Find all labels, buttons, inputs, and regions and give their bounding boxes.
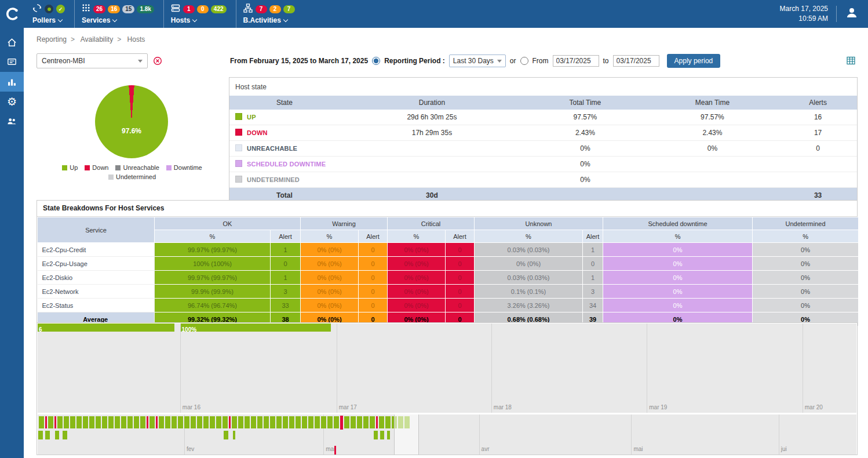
sidebar-item-administration[interactable] (0, 111, 24, 131)
host-state-mean: 97.57% (646, 110, 779, 125)
timeline-status-bar (57, 416, 63, 428)
services-menu[interactable]: 2616151.8k Services (74, 0, 163, 28)
services-ok-badge[interactable]: 1.8k (137, 5, 154, 13)
timeline-status-bar (184, 416, 189, 428)
services-icon (82, 3, 90, 14)
ba-ok-badge[interactable]: 7 (283, 5, 295, 13)
timeline-status-bar-low (55, 431, 59, 439)
hosts-up-badge[interactable]: 422 (211, 5, 227, 13)
timeline-status-bar (283, 416, 288, 428)
clear-host-filter-icon[interactable] (153, 56, 162, 66)
breakdown-subcol: % (603, 230, 753, 243)
timeline-tick-label: mai (633, 446, 643, 452)
timeline-status-bar (289, 416, 294, 428)
export-report-icon[interactable] (847, 56, 855, 67)
hosts-down-badge[interactable]: 1 (183, 5, 195, 13)
from-date-input[interactable] (553, 55, 599, 67)
state-color-swatch (235, 176, 242, 183)
hosts-menu[interactable]: 10422 Hosts (163, 0, 236, 28)
legend-up: Up (62, 164, 78, 171)
breakdown-cell-und: 0% (753, 285, 859, 299)
timeline-status-bar (264, 416, 269, 428)
timeline-gridline (779, 415, 779, 455)
host-state-duration: 29d 6h 30m 25s (340, 110, 524, 125)
timeline-status-bar (140, 416, 145, 428)
custom-period-radio[interactable] (520, 57, 528, 65)
user-menu-icon[interactable] (845, 6, 859, 22)
breakdown-cell-ok: 99.97% (99.97%) (155, 271, 271, 285)
breakdown-col-scheduled-downtime: Scheduled downtime (603, 217, 753, 230)
breakdown-cell-ok: 3 (271, 285, 301, 299)
state-breakdowns-panel: State Breakdowns For Host Services Servi… (37, 200, 858, 327)
state-label: UNREACHABLE (247, 145, 297, 152)
timeline-brush-band[interactable]: fevmaravrmaijui (38, 415, 856, 455)
sidebar-item-monitoring[interactable] (0, 52, 24, 72)
sidebar-item-reporting[interactable] (0, 72, 24, 92)
timeline-status-bar (370, 416, 375, 428)
chevron-down-icon (138, 60, 143, 63)
sidebar-item-home[interactable] (0, 32, 24, 52)
host-state-alerts: 16 (779, 110, 857, 125)
timeline-status-bar (296, 416, 301, 428)
ba-critical-badge[interactable]: 7 (256, 5, 267, 13)
breakdown-cell-warn: 0 (359, 299, 388, 312)
service-breakdown-row: Ec2-Status96.74% (96.74%)330% (0%)00% (0… (38, 299, 859, 312)
breakdown-subcol: % (475, 230, 583, 243)
timeline-status-bar (54, 416, 56, 428)
breadcrumb-availability[interactable]: Availability (81, 35, 113, 43)
centreon-app: ✓ Pollers 2616151.8k Services 10422 Host… (0, 0, 868, 458)
breakdown-cell-sd: 0% (603, 271, 753, 285)
breakdown-col-undetermined: Undetermined (753, 217, 859, 230)
timeline-status-bar (223, 416, 228, 428)
hosts-unreachable-badge[interactable]: 0 (197, 5, 209, 13)
ba-warning-badge[interactable]: 2 (269, 5, 281, 13)
chevron-down-icon (58, 17, 63, 21)
services-warning-badge[interactable]: 16 (108, 5, 120, 13)
breakdown-cell-warn: 0% (0%) (301, 271, 359, 285)
state-label: UP (247, 114, 256, 121)
breakdown-cell-und: 0% (753, 299, 859, 312)
breakdown-cell-warn: 0% (0%) (301, 299, 359, 312)
to-date-input[interactable] (613, 55, 659, 67)
host-state-alerts: 0 (779, 141, 857, 157)
host-state-total: 97.57% (524, 110, 646, 125)
sidebar: ⚙ (0, 28, 24, 458)
host-select[interactable]: Centreon-MBI (37, 53, 148, 68)
breakdown-cell-ok: 1 (271, 243, 301, 257)
pie-legend-row: UpDownUnreachableDowntime (37, 164, 228, 171)
host-state-col-mean-time: Mean Time (646, 96, 779, 110)
timeline-gridline (803, 323, 803, 413)
state-color-swatch (235, 144, 242, 151)
apply-period-button[interactable]: Apply period (667, 54, 721, 68)
timeline-status-bar-low (45, 431, 50, 439)
breakdown-subcol: % (388, 230, 446, 243)
host-state-row: UNDETERMINED0% (229, 172, 857, 188)
state-label: DOWN (247, 129, 268, 136)
breadcrumb-reporting[interactable]: Reporting (37, 35, 67, 43)
period-select[interactable]: Last 30 Days (449, 54, 506, 67)
services-critical-badge[interactable]: 26 (93, 5, 105, 13)
timeline-tick-label: mar 16 (183, 404, 200, 410)
service-name: Ec2-Cpu-Credit (38, 243, 155, 257)
monitoring-icon (6, 57, 17, 68)
host-state-mean (646, 157, 779, 172)
timeline-status-bar-low (380, 431, 384, 439)
reporting-period-radio[interactable] (372, 57, 380, 65)
timeline-status-bar (178, 416, 183, 428)
current-date: March 17, 2025 (780, 4, 828, 14)
host-state-duration (340, 141, 524, 157)
hosts-counters: 10422 (183, 5, 227, 13)
breakdown-cell-unk: 0.1% (0.1%) (475, 285, 583, 299)
period-bar: From February 15, 2025 to March 17, 2025… (230, 53, 720, 69)
pollers-menu[interactable]: ✓ Pollers (25, 0, 74, 28)
business-activities-menu[interactable]: 727 B.Activities (236, 0, 304, 28)
breakdown-cell-unk: 0% (0%) (475, 257, 583, 271)
services-unknown-badge[interactable]: 15 (122, 5, 134, 13)
timeline-tick-label: mar 17 (339, 404, 357, 410)
centreon-logo[interactable] (0, 0, 25, 28)
sidebar-item-configuration[interactable]: ⚙ (0, 92, 24, 111)
breadcrumb-separator: > (71, 35, 75, 43)
breadcrumb-hosts[interactable]: Hosts (127, 35, 145, 43)
timeline-selection-window[interactable] (394, 415, 419, 455)
state-label: SCHEDULED DOWNTIME (247, 161, 326, 168)
